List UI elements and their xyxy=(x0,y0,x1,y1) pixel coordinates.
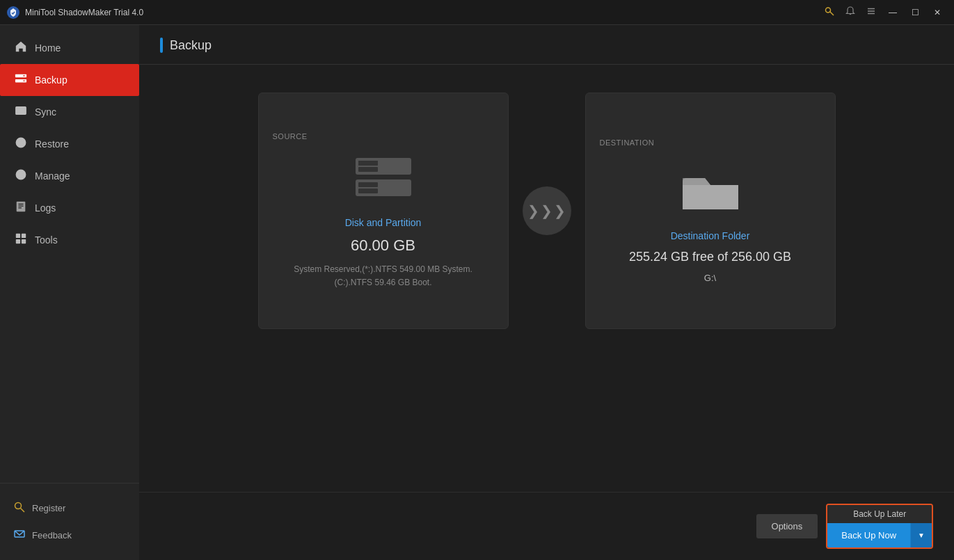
svg-rect-30 xyxy=(358,161,378,166)
destination-card-title: Destination Folder xyxy=(671,230,750,241)
arrow-connector: ❯❯❯ xyxy=(523,186,571,235)
app-layout: Home Backup xyxy=(0,25,954,560)
sidebar-label-manage: Manage xyxy=(35,170,70,182)
maximize-button[interactable]: ☐ xyxy=(905,3,925,22)
sidebar-nav: Home Backup xyxy=(0,25,139,483)
backup-button-group: Back Up Later Back Up Now ▼ xyxy=(826,504,933,549)
svg-rect-8 xyxy=(24,75,25,77)
svg-rect-17 xyxy=(17,202,26,211)
home-icon xyxy=(14,40,28,56)
sidebar-label-home: Home xyxy=(35,42,61,54)
svg-rect-9 xyxy=(24,80,25,81)
arrow-chevrons: ❯❯❯ xyxy=(527,202,566,219)
destination-card-label: DESTINATION xyxy=(600,138,655,147)
options-button[interactable]: Options xyxy=(756,514,818,538)
back-up-now-dropdown-button[interactable]: ▼ xyxy=(910,523,932,547)
key-icon[interactable] xyxy=(820,3,838,21)
title-bar-controls: — ☐ ✕ xyxy=(820,3,947,22)
restore-icon xyxy=(14,136,28,152)
svg-rect-6 xyxy=(15,74,26,78)
folder-icon xyxy=(676,161,745,219)
minimize-button[interactable]: — xyxy=(883,3,903,22)
page-header-accent xyxy=(160,38,163,53)
sidebar-item-logs[interactable]: Logs xyxy=(0,192,139,224)
main-content: Backup SOURCE xyxy=(139,25,954,560)
sidebar-label-sync: Sync xyxy=(35,106,56,118)
source-card-title: Disk and Partition xyxy=(345,217,422,228)
svg-rect-32 xyxy=(356,179,411,196)
svg-rect-10 xyxy=(16,107,26,115)
feedback-label: Feedback xyxy=(32,530,72,541)
svg-rect-22 xyxy=(22,234,26,238)
page-title: Backup xyxy=(170,38,212,53)
manage-icon xyxy=(14,168,28,184)
svg-rect-21 xyxy=(16,234,20,238)
sync-icon xyxy=(14,104,28,120)
sidebar-item-home[interactable]: Home xyxy=(0,32,139,64)
svg-line-2 xyxy=(830,12,834,16)
svg-rect-23 xyxy=(16,239,20,243)
destination-free-space: 255.24 GB free of 256.00 GB xyxy=(629,250,791,264)
source-card-size: 60.00 GB xyxy=(351,237,415,255)
source-card-desc: System Reserved,(*:).NTFS 549.00 MB Syst… xyxy=(294,263,472,289)
hamburger-icon[interactable] xyxy=(862,3,880,21)
cards-row: SOURCE xyxy=(181,93,912,329)
source-card[interactable]: SOURCE xyxy=(258,93,509,329)
svg-rect-7 xyxy=(15,79,26,83)
bell-icon[interactable] xyxy=(841,3,859,21)
destination-path: G:\ xyxy=(704,273,716,283)
svg-point-13 xyxy=(19,141,22,144)
backup-icon xyxy=(14,72,28,88)
sidebar-label-logs: Logs xyxy=(35,202,56,214)
svg-rect-33 xyxy=(358,182,378,187)
tools-icon xyxy=(14,232,28,248)
sidebar-item-feedback[interactable]: Feedback xyxy=(0,522,139,549)
bottom-bar: Options Back Up Later Back Up Now ▼ xyxy=(139,492,954,560)
logs-icon xyxy=(14,200,28,216)
back-up-now-row: Back Up Now ▼ xyxy=(827,523,932,547)
disk-icon xyxy=(349,154,418,206)
app-logo xyxy=(7,6,19,19)
sidebar-label-tools: Tools xyxy=(35,234,58,246)
title-bar: MiniTool ShadowMaker Trial 4.0 — ☐ ✕ xyxy=(0,0,954,25)
svg-point-25 xyxy=(15,503,22,509)
sidebar-bottom: Register Feedback xyxy=(0,483,139,560)
register-label: Register xyxy=(32,503,65,513)
feedback-icon xyxy=(14,529,25,542)
svg-rect-28 xyxy=(356,158,411,175)
back-up-now-button[interactable]: Back Up Now xyxy=(827,523,910,547)
sidebar-label-backup: Backup xyxy=(35,74,67,86)
svg-point-16 xyxy=(19,173,22,176)
sidebar: Home Backup xyxy=(0,25,139,560)
app-title: MiniTool ShadowMaker Trial 4.0 xyxy=(25,8,820,17)
sidebar-item-manage[interactable]: Manage xyxy=(0,160,139,192)
sidebar-item-sync[interactable]: Sync xyxy=(0,96,139,128)
sidebar-item-restore[interactable]: Restore xyxy=(0,128,139,160)
svg-line-26 xyxy=(21,509,25,513)
backup-area: SOURCE xyxy=(139,65,954,492)
close-button[interactable]: ✕ xyxy=(928,3,947,22)
sidebar-item-backup[interactable]: Backup xyxy=(0,64,139,96)
source-card-label: SOURCE xyxy=(273,132,308,141)
sidebar-label-restore: Restore xyxy=(35,138,69,150)
svg-rect-24 xyxy=(22,239,26,243)
destination-card[interactable]: DESTINATION Destination Folder 255.24 GB… xyxy=(585,93,836,329)
sidebar-item-tools[interactable]: Tools xyxy=(0,224,139,256)
svg-rect-34 xyxy=(358,189,378,193)
page-header: Backup xyxy=(139,25,954,65)
svg-rect-31 xyxy=(358,167,378,172)
register-icon xyxy=(14,502,25,515)
sidebar-item-register[interactable]: Register xyxy=(0,495,139,522)
back-up-later-button[interactable]: Back Up Later xyxy=(827,505,932,523)
